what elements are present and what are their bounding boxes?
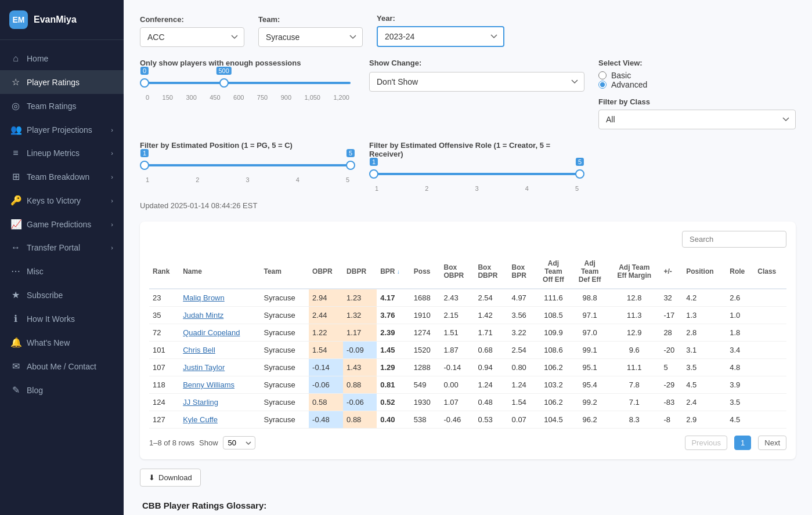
col-bpr[interactable]: BPR ↓ [377,255,410,289]
col-position[interactable]: Position [683,255,726,289]
cell-rank: 72 [149,324,179,342]
poss-slider-right[interactable]: 500 [219,78,229,88]
cell-team: Syracuse [261,342,309,359]
sidebar-item-player-projections[interactable]: 👥 Player Projections › [0,118,124,142]
player-link[interactable]: Maliq Brown [183,293,225,302]
cell-name: Maliq Brown [179,289,260,307]
cell-box-dbpr: 1.71 [474,324,508,342]
cell-rank: 101 [149,342,179,359]
sidebar-icon-whats-new: 🔔 [10,337,21,348]
player-link[interactable]: Judah Mintz [183,311,223,320]
basic-radio-input[interactable] [598,71,607,79]
col-plus-minus[interactable]: +/- [660,255,683,289]
sidebar-item-keys-to-victory[interactable]: 🔑 Keys to Victory › [0,188,124,212]
search-input[interactable] [682,231,786,248]
cell-class [754,307,786,324]
conference-select[interactable]: ACC [140,27,244,47]
col-adj-def[interactable]: AdjTeamDef Eff [571,255,608,289]
rows-per-page-select[interactable]: 50 25 100 [223,436,255,449]
player-link[interactable]: Benny Williams [183,380,234,389]
cell-position: 2.8 [683,324,726,342]
col-obpr[interactable]: OBPR [309,255,343,289]
sidebar-item-home[interactable]: ⌂ Home [0,47,124,70]
cell-name: Justin Taylor [179,359,260,376]
view-advanced-radio[interactable]: Advanced [598,80,796,89]
col-role[interactable]: Role [726,255,754,289]
col-class[interactable]: Class [754,255,786,289]
page-1-btn[interactable]: 1 [734,436,751,450]
sidebar-item-lineup-metrics[interactable]: ≡ Lineup Metrics › [0,142,124,165]
class-filter-select[interactable]: All [598,110,796,129]
cell-adj-def: 98.8 [571,289,608,307]
col-box-obpr[interactable]: BoxOBPR [441,255,475,289]
view-basic-radio[interactable]: Basic [598,71,796,80]
player-link[interactable]: Chris Bell [183,346,215,354]
cell-poss: 538 [410,411,441,429]
cell-dbpr: -0.06 [343,394,377,411]
cell-adj-off: 103.2 [536,376,571,394]
possessions-filter: Only show players with enough possession… [140,59,355,129]
cell-rank: 107 [149,359,179,376]
team-select[interactable]: Syracuse [258,27,363,47]
player-link[interactable]: Justin Taylor [183,363,225,372]
sidebar-item-about[interactable]: ✉ About Me / Contact [0,354,124,378]
sidebar-icon-transfer-portal: ↔ [10,242,21,253]
col-rank[interactable]: Rank [149,255,179,289]
col-team[interactable]: Team [261,255,309,289]
table-row: 35 Judah Mintz Syracuse 2.44 1.32 3.76 1… [149,307,786,324]
cell-poss: 549 [410,376,441,394]
col-box-dbpr[interactable]: BoxDBPR [474,255,508,289]
sidebar-item-transfer-portal[interactable]: ↔ Transfer Portal › [0,236,124,259]
pos-slider-left[interactable]: 1 [140,161,149,170]
sidebar-label-subscribe: Subscribe [27,291,63,300]
cell-adj-off: 108.6 [536,342,571,359]
cell-role: 4.8 [726,359,754,376]
role-slider-right[interactable]: 5 [575,169,584,179]
cell-box-dbpr: 0.48 [474,394,508,411]
download-button[interactable]: ⬇ Download [140,469,201,487]
cell-team: Syracuse [261,324,309,342]
possessions-label: Only show players with enough possession… [140,59,355,67]
col-box-bpr[interactable]: BoxBPR [508,255,536,289]
year-select[interactable]: 2023-24 [377,26,504,47]
col-adj-margin[interactable]: Adj TeamEff Margin [608,255,660,289]
cell-name: Benny Williams [179,376,260,394]
col-adj-off[interactable]: AdjTeamOff Eff [536,255,571,289]
sidebar-item-blog[interactable]: ✎ Blog [0,378,124,402]
pos-slider-right[interactable]: 5 [346,161,355,170]
sidebar-item-misc[interactable]: ⋯ Misc [0,259,124,283]
sidebar-item-subscribe[interactable]: ★ Subscribe [0,283,124,307]
cell-class [754,324,786,342]
player-link[interactable]: JJ Starling [183,398,218,407]
sidebar-item-whats-new[interactable]: 🔔 What's New [0,331,124,354]
cell-adj-def: 97.0 [571,324,608,342]
player-link[interactable]: Kyle Cuffe [183,415,218,424]
cell-obpr: 1.54 [309,342,343,359]
table-row: 101 Chris Bell Syracuse 1.54 -0.09 1.45 … [149,342,786,359]
sidebar-icon-lineup-metrics: ≡ [10,148,21,158]
cell-plus-minus: -29 [660,376,683,394]
sidebar-icon-team-breakdown: ⊞ [10,171,21,182]
player-link[interactable]: Quadir Copeland [183,328,240,337]
col-dbpr[interactable]: DBPR [343,255,377,289]
sidebar-icon-game-predictions: 📈 [10,219,21,230]
role-slider-left[interactable]: 1 [369,169,378,179]
cell-bpr: 0.81 [377,376,410,394]
cell-box-bpr: 3.22 [508,324,536,342]
sidebar-item-how-it-works[interactable]: ℹ How It Works [0,307,124,331]
advanced-radio-input[interactable] [598,81,607,89]
sidebar-item-game-predictions[interactable]: 📈 Game Predictions › [0,212,124,236]
col-poss[interactable]: Poss [410,255,441,289]
next-page-btn[interactable]: Next [758,436,786,450]
poss-slider-left[interactable]: 0 [140,78,149,88]
sidebar-item-team-breakdown[interactable]: ⊞ Team Breakdown › [0,165,124,188]
col-name[interactable]: Name [179,255,260,289]
sidebar-item-player-ratings[interactable]: ☆ Player Ratings [0,70,124,94]
cell-poss: 1910 [410,307,441,324]
cell-box-bpr: 2.54 [508,342,536,359]
sidebar-label-about: About Me / Contact [27,362,96,371]
prev-page-btn[interactable]: Previous [685,436,727,450]
sidebar-item-team-ratings[interactable]: ◎ Team Ratings [0,94,124,118]
position-ticks: 12345 [145,176,351,183]
show-change-select[interactable]: Don't Show [369,72,584,92]
